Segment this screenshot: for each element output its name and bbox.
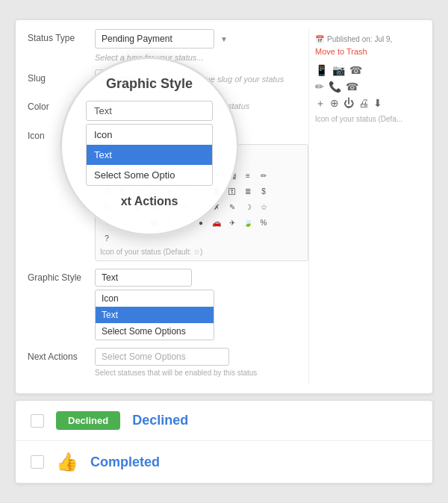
status-item-completed: 👍 Completed [16,441,432,483]
icon-edit[interactable]: ✏ [257,169,270,182]
magnifier-graphic-style-title: Graphic Style [106,76,193,92]
completed-icon: 👍 [56,452,78,472]
sidebar-icons-row3: ＋ ⊕ ⏻ 🖨 ⬇ [315,97,414,110]
status-type-arrow[interactable]: ▼ [220,35,228,43]
next-actions-row: Next Actions Select Some Options Select … [28,348,308,377]
icon-voip[interactable]: ☎ [349,64,362,76]
next-actions-content: Select Some Options Select statuses that… [95,348,308,377]
completed-checkbox[interactable] [31,455,44,469]
icon-phone3[interactable]: ☎ [346,81,358,93]
icon-plus3[interactable]: ⊕ [330,97,339,110]
icon-mobile[interactable]: 📱 [315,64,328,76]
icon-money[interactable]: $ [257,184,270,198]
magnifier-overlay: Graphic Style Icon Text Select Some Opti… [60,57,239,236]
mag-option-some[interactable]: Select Some Optio [87,165,212,185]
status-preview-panel: Declined Declined 👍 Completed [15,400,433,484]
icon-percent[interactable]: % [257,216,270,229]
gs-option-icon[interactable]: Icon [96,290,214,307]
graphic-style-dropdown: Icon Text Select Some Options [95,290,214,340]
magnifier-dropdown: Icon Text Select Some Optio [86,124,213,186]
icon-plane[interactable]: ✈ [225,216,239,229]
icon-q2[interactable]: ? [100,231,113,245]
calendar-icon: 📅 [315,35,324,43]
icon-pencil2[interactable]: ✎ [225,200,239,213]
status-type-row: Status Type ▼ Select a type for your sta… [28,29,308,62]
next-actions-hint: Select statuses that will be enabled by … [95,369,308,377]
icon-leaf[interactable]: 🍃 [241,216,255,229]
status-type-input[interactable] [95,29,214,49]
icon-phone2[interactable]: 📞 [329,81,341,93]
icon-print[interactable]: 🖨 [358,97,369,110]
graphic-style-label: Graphic Style [28,269,95,283]
move-to-trash-link[interactable]: Move to Trash [315,47,367,56]
magnifier-text-input[interactable] [86,101,213,121]
icon-dl[interactable]: ⬇ [373,97,382,110]
icon-def-text: Icon of your status (Default: ☆) [100,248,303,256]
slug-label: Slug [28,69,95,84]
icon-list[interactable]: ≡ [241,169,255,182]
declined-checkbox[interactable] [31,414,44,428]
gs-option-some[interactable]: Select Some Options [96,323,214,340]
form-panel: Status Type ▼ Select a type for your sta… [15,19,433,394]
icon-moon[interactable]: ☽ [241,200,255,213]
icon-plus2[interactable]: ＋ [315,97,326,110]
next-actions-label: Next Actions [28,348,95,362]
gs-option-text[interactable]: Text [96,307,214,323]
status-type-label: Status Type [28,29,95,43]
sidebar-icons-row2: ✏ 📞 ☎ [315,81,414,93]
next-actions-select[interactable]: Select Some Options [95,348,229,366]
mag-option-text[interactable]: Text [87,145,212,165]
graphic-style-value: Text [95,269,192,287]
sidebar-icons-row1: 📱 📷 ☎ [315,64,414,76]
icon-star[interactable]: ☆ [257,200,270,213]
graphic-style-row: Graphic Style Text Icon Text Select Some… [28,269,308,340]
sidebar-icons-section: 📱 📷 ☎ ✏ 📞 ☎ ＋ ⊕ ⏻ � [315,64,414,123]
published-info: 📅 Published on: Jul 9, [315,35,414,43]
status-item-declined: Declined Declined [16,401,432,441]
declined-badge: Declined [56,411,120,430]
icon-power[interactable]: ⏻ [343,97,354,110]
completed-label: Completed [90,454,160,470]
magnifier-next-actions-title: xt Actions [121,195,178,208]
sidebar-col: 📅 Published on: Jul 9, Move to Trash 📱 📷… [308,29,420,384]
icon-def-note: Icon of your status (Defa... [315,115,414,123]
mag-option-icon[interactable]: Icon [87,125,212,145]
published-label: Published on: Jul 9, [327,35,392,43]
icon-car[interactable]: 🚗 [210,216,223,229]
declined-label: Declined [132,413,188,428]
status-type-content: ▼ Select a type for your status... [95,29,308,62]
graphic-style-content: Text Icon Text Select Some Options [95,269,308,340]
icon-edit2[interactable]: ✏ [315,81,324,93]
icon-camera[interactable]: 📷 [332,64,345,76]
icon-bars[interactable]: ≣ [241,184,255,198]
